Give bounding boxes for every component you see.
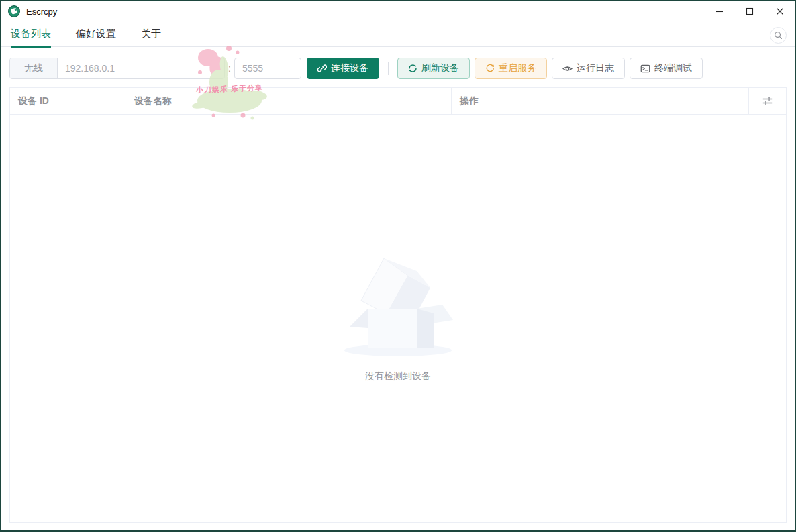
refresh-devices-label: 刷新设备 xyxy=(421,62,459,74)
connection-toolbar: 无线 : 连接设备 xyxy=(1,47,795,79)
column-header-operations: 操作 xyxy=(452,88,749,114)
column-settings-icon xyxy=(762,96,773,106)
app-window: Escrcpy 设备列表 偏好设置 关于 无线 : xyxy=(0,0,796,532)
terminal-icon xyxy=(640,64,650,74)
close-icon xyxy=(776,7,784,15)
search-button[interactable] xyxy=(770,27,787,44)
app-title: Escrcpy xyxy=(26,7,57,17)
connection-mode-label: 无线 xyxy=(10,58,58,78)
title-bar: Escrcpy xyxy=(1,1,795,21)
toolbar-divider xyxy=(388,62,389,75)
ip-port-separator: : xyxy=(228,63,231,74)
refresh-icon xyxy=(408,64,417,73)
eye-icon xyxy=(562,64,573,74)
minimize-button[interactable] xyxy=(704,1,734,21)
device-table-header: 设备 ID 设备名称 操作 xyxy=(10,88,786,115)
ip-address-input[interactable] xyxy=(58,58,224,78)
empty-state-message: 没有检测到设备 xyxy=(365,370,431,382)
connect-device-label: 连接设备 xyxy=(331,62,368,74)
restart-service-button[interactable]: 重启服务 xyxy=(475,58,547,79)
column-settings-button[interactable] xyxy=(749,88,786,114)
restart-icon xyxy=(485,64,495,73)
terminal-debug-button[interactable]: 终端调试 xyxy=(630,58,703,79)
refresh-devices-button[interactable]: 刷新设备 xyxy=(397,58,470,79)
search-icon xyxy=(774,31,783,40)
empty-box-illustration xyxy=(341,246,455,360)
maximize-button[interactable] xyxy=(734,1,764,21)
tab-device-list[interactable]: 设备列表 xyxy=(11,21,51,47)
port-input[interactable] xyxy=(234,58,301,79)
restart-service-label: 重启服务 xyxy=(499,62,536,74)
terminal-debug-label: 终端调试 xyxy=(654,62,692,74)
column-header-device-name: 设备名称 xyxy=(126,88,452,114)
close-button[interactable] xyxy=(764,1,795,21)
connect-device-button[interactable]: 连接设备 xyxy=(307,58,379,79)
minimize-icon xyxy=(715,7,724,15)
tab-preferences[interactable]: 偏好设置 xyxy=(76,21,116,47)
column-header-device-id: 设备 ID xyxy=(10,88,126,114)
wireless-address-group: 无线 xyxy=(9,58,225,79)
device-table: 设备 ID 设备名称 操作 xyxy=(9,87,787,523)
link-icon xyxy=(317,64,327,73)
tab-bar: 设备列表 偏好设置 关于 xyxy=(1,21,795,47)
maximize-icon xyxy=(746,7,754,15)
device-table-body: 没有检测到设备 xyxy=(10,115,786,522)
run-logs-button[interactable]: 运行日志 xyxy=(552,58,625,79)
app-logo-icon xyxy=(8,5,20,17)
tab-about[interactable]: 关于 xyxy=(141,21,161,47)
run-logs-label: 运行日志 xyxy=(577,62,614,74)
